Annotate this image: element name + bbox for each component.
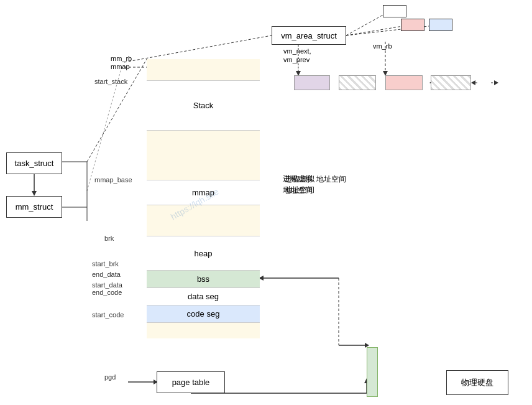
brk-label: brk xyxy=(104,235,114,242)
svg-line-5 xyxy=(87,59,147,162)
pgd-label: pgd xyxy=(104,373,116,381)
process-space-label2: 进程虚拟地址空间 xyxy=(283,173,313,197)
svg-marker-20 xyxy=(471,80,475,85)
ll-box-purple xyxy=(294,75,330,90)
vm-rb-label: vm_rb xyxy=(373,42,392,50)
mm-struct-box: mm_struct xyxy=(6,196,62,218)
seg-heap: heap xyxy=(147,236,260,271)
svg-line-6 xyxy=(124,35,272,62)
start-data-label: start_data xyxy=(92,281,122,289)
start-brk-label: start_brk xyxy=(92,260,119,268)
end-data-label: end_data xyxy=(92,271,121,278)
start-code-label: start_code xyxy=(92,311,124,319)
vm-next-prev-label: vm_next,vm_prev xyxy=(283,47,311,65)
seg-yellow-gap2 xyxy=(147,205,260,236)
mmap-left-label: mmap xyxy=(111,63,130,70)
rb-box-pink xyxy=(401,19,424,31)
data-seg-label: data seg xyxy=(188,292,219,301)
seg-bss: bss xyxy=(147,271,260,288)
seg-stack: Stack xyxy=(147,81,260,131)
page-table-box: page table xyxy=(157,371,225,393)
bss-label: bss xyxy=(197,274,209,284)
ll-box-hatch2 xyxy=(431,75,471,90)
ll-box-red xyxy=(385,75,423,90)
svg-marker-1 xyxy=(32,191,37,196)
task-struct-box: task_struct xyxy=(6,152,62,174)
seg-mmap: mmap xyxy=(147,180,260,205)
memory-column: Stack mmap heap bss data seg code seg xyxy=(147,59,260,338)
seg-yellow-bottom xyxy=(147,323,260,338)
vm-area-struct-box: vm_area_struct xyxy=(272,26,346,45)
physical-disk-box: 物理硬盘 xyxy=(446,370,508,395)
rb-box-blue xyxy=(429,19,452,31)
code-seg-label: code seg xyxy=(187,309,220,319)
svg-line-8 xyxy=(346,14,385,35)
seg-yellow-gap1 xyxy=(147,131,260,180)
arrows-svg xyxy=(0,0,532,405)
seg-yellow-top xyxy=(147,59,260,81)
mm-rb-label: mm_rb xyxy=(111,55,132,62)
mmap-base-label: mmap_base xyxy=(94,176,132,184)
end-code-label: end_code xyxy=(92,289,122,296)
seg-code: code seg xyxy=(147,305,260,323)
heap-label: heap xyxy=(195,249,213,258)
rb-box-top xyxy=(383,5,406,17)
svg-line-9 xyxy=(346,26,403,35)
seg-data: data seg xyxy=(147,288,260,305)
start-stack-label: start_stack xyxy=(94,78,127,85)
ll-box-hatch1 xyxy=(339,75,376,90)
svg-line-41 xyxy=(87,67,122,191)
svg-marker-22 xyxy=(494,80,498,85)
disk-stripe xyxy=(367,347,378,397)
diagram: task_struct mm_struct vm_area_struct mm_… xyxy=(0,0,532,405)
stack-label: Stack xyxy=(193,101,214,110)
mmap-seg-label: mmap xyxy=(192,188,214,197)
